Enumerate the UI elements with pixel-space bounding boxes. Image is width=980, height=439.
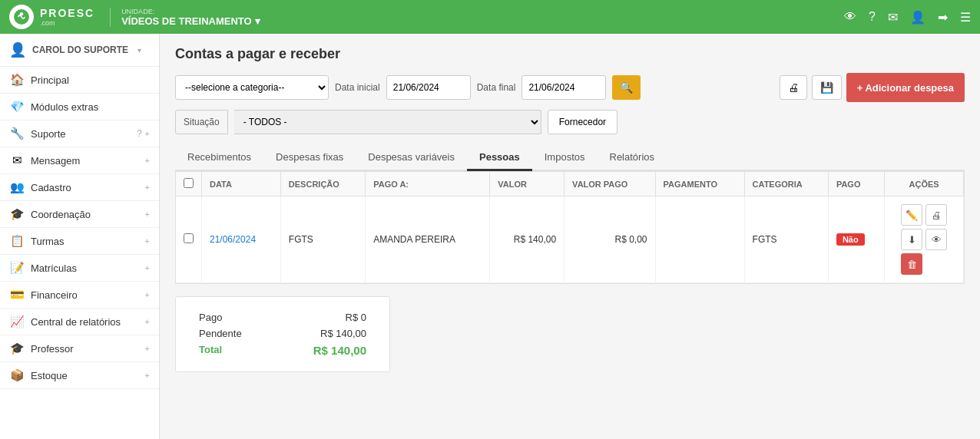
select-all-checkbox[interactable] bbox=[184, 178, 194, 188]
expand-icon: + bbox=[145, 129, 150, 138]
sidebar-user[interactable]: 👤 CAROL DO SUPORTE ▾ bbox=[0, 34, 159, 67]
td-pagamento bbox=[655, 196, 744, 283]
sidebar-item-cadastro[interactable]: 👥 Cadastro + bbox=[0, 174, 159, 201]
sidebar-item-label: Turmas bbox=[31, 236, 145, 247]
top-nav: PROESC .com UNIDADE: VÍDEOS DE TREINAMEN… bbox=[0, 0, 980, 34]
fornecedor-button[interactable]: Fornecedor bbox=[548, 110, 617, 134]
sidebar: 👤 CAROL DO SUPORTE ▾ 🏠 Principal 💎 Módul… bbox=[0, 34, 160, 439]
category-select[interactable]: --selecione a categoria-- bbox=[175, 75, 329, 100]
support-icon: 🔧 bbox=[9, 127, 25, 140]
tab-impostos[interactable]: Impostos bbox=[532, 145, 598, 171]
logo-area: PROESC .com bbox=[9, 5, 94, 29]
view-icon[interactable]: 👁 bbox=[844, 10, 856, 24]
summary-total-value: R$ 140,00 bbox=[313, 344, 366, 357]
expand-icon: + bbox=[145, 317, 150, 326]
td-acoes: ✏️ 🖨 ⬇ 👁 🗑 bbox=[885, 196, 964, 283]
unit-name[interactable]: VÍDEOS DE TREINAMENTO ▾ bbox=[121, 15, 260, 27]
download-button[interactable]: ⬇ bbox=[901, 229, 922, 250]
sidebar-item-label: Matrículas bbox=[31, 262, 145, 274]
situation-select[interactable]: - TODOS - bbox=[234, 110, 541, 134]
enrollment-icon: 📝 bbox=[9, 261, 25, 275]
sidebar-item-suporte[interactable]: 🔧 Suporte ? + bbox=[0, 120, 159, 147]
view-button[interactable]: 👁 bbox=[925, 229, 947, 250]
th-acoes: AÇÕES bbox=[885, 172, 964, 196]
expand-icon: + bbox=[145, 290, 150, 299]
sidebar-item-estoque[interactable]: 📦 Estoque + bbox=[0, 362, 159, 389]
summary-pago-row: Pago R$ 0 bbox=[199, 309, 366, 325]
date-initial-input[interactable] bbox=[386, 75, 471, 100]
td-data[interactable]: 21/06/2024 bbox=[202, 196, 281, 283]
print-row-button[interactable]: 🖨 bbox=[925, 204, 947, 226]
date-final-input[interactable] bbox=[521, 75, 606, 100]
sidebar-item-label: Financeiro bbox=[31, 289, 145, 301]
sidebar-item-label: Principal bbox=[31, 74, 150, 86]
sidebar-item-professor[interactable]: 🎓 Professor + bbox=[0, 335, 159, 362]
logout-icon[interactable]: ➡ bbox=[938, 10, 948, 25]
action-icons: ✏️ 🖨 ⬇ 👁 🗑 bbox=[892, 204, 955, 275]
user-icon[interactable]: 👤 bbox=[910, 10, 925, 25]
print-button[interactable]: 🖨 bbox=[780, 75, 807, 100]
td-categoria: FGTS bbox=[744, 196, 828, 283]
stock-icon: 📦 bbox=[9, 368, 25, 382]
people-icon: 👥 bbox=[9, 180, 25, 194]
class-icon: 📋 bbox=[9, 234, 25, 248]
user-avatar-icon: 👤 bbox=[9, 41, 26, 58]
situation-label: Situação bbox=[175, 110, 228, 134]
sidebar-item-relatorios[interactable]: 📈 Central de relatórios + bbox=[0, 309, 159, 335]
sidebar-item-mensagem[interactable]: ✉ Mensagem + bbox=[0, 147, 159, 174]
summary-total-label: Total bbox=[199, 344, 222, 357]
tab-despesas-fixas[interactable]: Despesas fixas bbox=[263, 145, 356, 171]
sidebar-item-label: Módulos extras bbox=[31, 101, 150, 113]
th-pago-a: PAGO A: bbox=[366, 172, 490, 196]
row-checkbox[interactable] bbox=[184, 233, 194, 243]
tab-recebimentos[interactable]: Recebimentos bbox=[175, 145, 263, 171]
menu-icon[interactable]: ☰ bbox=[960, 10, 971, 25]
th-valor-pago: VALOR PAGO bbox=[564, 172, 655, 196]
sidebar-item-label: Central de relatórios bbox=[31, 316, 145, 328]
th-categoria: CATEGORIA bbox=[744, 172, 828, 196]
sidebar-item-label: Coordenação bbox=[31, 209, 145, 220]
expand-icon: + bbox=[145, 156, 150, 165]
unit-label: UNIDADE: bbox=[121, 8, 260, 15]
message-icon: ✉ bbox=[9, 153, 25, 167]
table-row: 21/06/2024 FGTS AMANDA PEREIRA R$ 140,00… bbox=[176, 196, 964, 283]
tab-relatorios[interactable]: Relatórios bbox=[598, 145, 667, 171]
sidebar-item-financeiro[interactable]: 💳 Financeiro + bbox=[0, 282, 159, 309]
status-badge: Não bbox=[836, 233, 865, 246]
td-valor: R$ 140,00 bbox=[490, 196, 564, 283]
delete-button[interactable]: 🗑 bbox=[901, 253, 922, 275]
filter-row-1: --selecione a categoria-- Data inicial D… bbox=[175, 73, 965, 102]
th-pagamento: PAGAMENTO bbox=[655, 172, 744, 196]
mail-icon[interactable]: ✉ bbox=[888, 10, 898, 25]
sidebar-item-turmas[interactable]: 📋 Turmas + bbox=[0, 228, 159, 255]
search-button[interactable]: 🔍 bbox=[612, 75, 641, 100]
tab-despesas-variaveis[interactable]: Despesas variáveis bbox=[356, 145, 467, 171]
date-initial-label: Data inicial bbox=[335, 82, 380, 93]
expand-icon: + bbox=[145, 210, 150, 219]
logo-icon bbox=[9, 5, 34, 29]
sidebar-item-principal[interactable]: 🏠 Principal bbox=[0, 67, 159, 94]
tab-pessoas[interactable]: Pessoas bbox=[467, 145, 532, 171]
td-pago: Não bbox=[828, 196, 884, 283]
sidebar-item-coordenacao[interactable]: 🎓 Coordenação + bbox=[0, 201, 159, 228]
add-despesa-button[interactable]: + Adicionar despesa bbox=[846, 73, 965, 102]
expand-icon: + bbox=[145, 236, 150, 246]
sidebar-item-label: Professor bbox=[31, 343, 145, 355]
sidebar-item-matriculas[interactable]: 📝 Matrículas + bbox=[0, 255, 159, 282]
table-container: DATA DESCRIÇÃO PAGO A: VALOR VALOR PAGO … bbox=[175, 171, 965, 284]
help-icon[interactable]: ? bbox=[869, 10, 876, 24]
tabs: Recebimentos Despesas fixas Despesas var… bbox=[175, 145, 965, 171]
chevron-down-icon: ▾ bbox=[137, 46, 141, 54]
sidebar-item-modulos[interactable]: 💎 Módulos extras bbox=[0, 94, 159, 120]
summary-total-row: Total R$ 140,00 bbox=[199, 342, 366, 359]
coordination-icon: 🎓 bbox=[9, 207, 25, 221]
edit-button[interactable]: ✏️ bbox=[901, 204, 922, 226]
professor-icon: 🎓 bbox=[9, 342, 25, 355]
action-buttons: 🖨 💾 + Adicionar despesa bbox=[780, 73, 965, 102]
expand-icon: + bbox=[145, 371, 150, 380]
th-valor: VALOR bbox=[490, 172, 564, 196]
sidebar-item-label: Mensagem bbox=[31, 155, 145, 167]
save-button[interactable]: 💾 bbox=[812, 75, 842, 100]
sidebar-user-name: CAROL DO SUPORTE bbox=[32, 45, 128, 55]
diamond-icon: 💎 bbox=[9, 100, 25, 114]
